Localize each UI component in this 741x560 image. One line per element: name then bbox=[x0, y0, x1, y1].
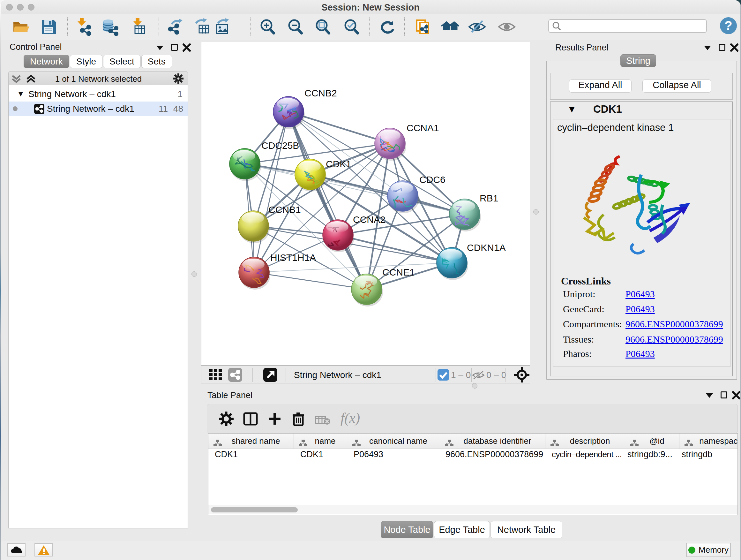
svg-text:CDK1: CDK1 bbox=[326, 159, 351, 169]
svg-text:RB1: RB1 bbox=[480, 193, 498, 203]
svg-text:CCNE1: CCNE1 bbox=[382, 267, 415, 277]
svg-text:CDC25B: CDC25B bbox=[261, 140, 299, 151]
svg-text:CCNB1: CCNB1 bbox=[268, 204, 301, 215]
svg-text:HIST1H1A: HIST1H1A bbox=[270, 252, 316, 263]
svg-text:CCNA2: CCNA2 bbox=[353, 214, 386, 225]
svg-text:CDKN1A: CDKN1A bbox=[467, 242, 506, 253]
svg-text:CDC6: CDC6 bbox=[419, 174, 446, 185]
svg-text:CCNB2: CCNB2 bbox=[305, 88, 337, 98]
svg-text:CCNA1: CCNA1 bbox=[407, 123, 439, 133]
